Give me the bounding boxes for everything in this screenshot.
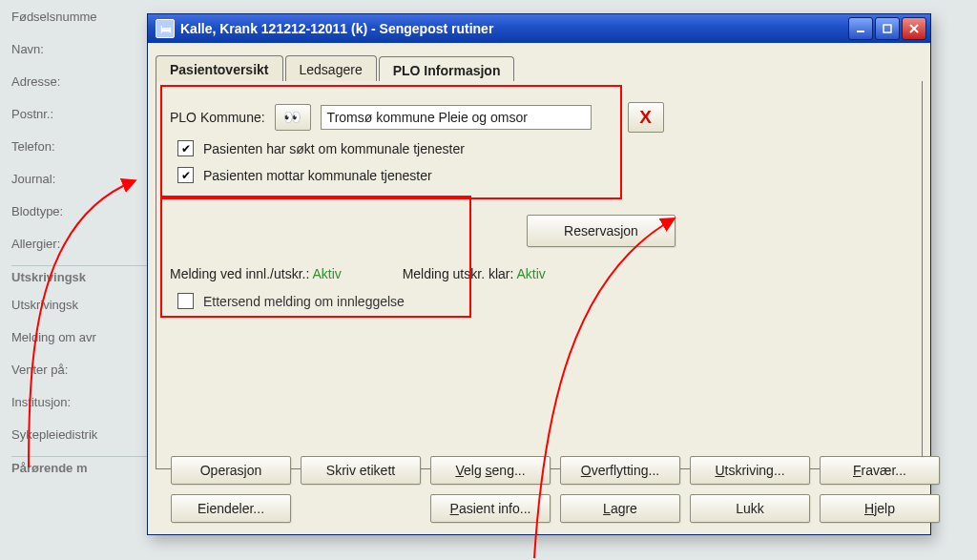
svg-rect-1 — [883, 25, 891, 32]
svg-rect-0 — [857, 31, 864, 32]
hjelp-button[interactable]: Hjelp — [820, 494, 940, 523]
reservasjon-label: Reservasjon — [564, 223, 638, 239]
status-b-label: Melding utskr. klar: — [403, 266, 514, 281]
plo-kommune-value: Tromsø kommune Pleie og omsor — [327, 110, 528, 125]
tab-ledsagere[interactable]: Ledsagere — [285, 55, 377, 81]
plo-kommune-input[interactable]: Tromsø kommune Pleie og omsor — [321, 105, 592, 130]
eiendeler-label: Eiendeler... — [197, 501, 264, 516]
bed-icon: 🛏 — [156, 19, 175, 38]
plo-kommune-label: PLO Kommune: — [170, 110, 265, 125]
chk-row-mottar[interactable]: ✔ Pasienten mottar kommunale tjenester — [177, 167, 432, 183]
operasjon-button[interactable]: Operasjon — [171, 456, 291, 485]
utskriving-button[interactable]: Utskriving... — [690, 456, 810, 485]
checkbox-sokt[interactable]: ✔ — [177, 140, 194, 156]
chk-sokt-label: Pasienten har søkt om kommunale tjeneste… — [203, 141, 465, 156]
client-area: Pasientoversikt Ledsagere PLO Informasjo… — [148, 43, 930, 534]
chk-mottar-label: Pasienten mottar kommunale tjenester — [203, 168, 432, 183]
pasient-info-button[interactable]: Pasient info... — [430, 494, 551, 523]
status-b-value: Aktiv — [517, 266, 546, 281]
lukk-button[interactable]: Lukk — [690, 494, 810, 523]
chk-row-ettersend[interactable]: Ettersend melding om innleggelse — [177, 293, 405, 309]
row-plo-kommune: PLO Kommune: 👀 Tromsø kommune Pleie og o… — [170, 102, 664, 133]
chk-row-sokt[interactable]: ✔ Pasienten har søkt om kommunale tjenes… — [177, 140, 465, 156]
tab-plo-informasjon[interactable]: PLO Informasjon — [379, 56, 515, 82]
status-line: Melding ved innl./utskr.: Aktiv Melding … — [170, 266, 546, 281]
dialog-sengepost-rutiner: 🛏 Kalle, Krank 121212-12011 (k) - Sengep… — [147, 13, 931, 535]
tab-ledsagere-label: Ledsagere — [300, 62, 363, 77]
overflytting-button[interactable]: Overflytting... — [560, 456, 680, 485]
tab-page-plo: PLO Kommune: 👀 Tromsø kommune Pleie og o… — [156, 81, 923, 469]
reservasjon-wrap: Reservasjon — [527, 215, 676, 247]
status-a-value: Aktiv — [312, 266, 341, 281]
skriv-etikett-button[interactable]: Skriv etikett — [301, 456, 421, 485]
close-button[interactable] — [902, 17, 926, 40]
clear-x-icon: X — [639, 107, 652, 128]
search-kommune-button[interactable]: 👀 — [275, 104, 311, 131]
button-bar: Operasjon Skriv etikett Velg seng... Ove… — [161, 456, 917, 523]
clear-kommune-button[interactable]: X — [628, 102, 664, 133]
reservasjon-button[interactable]: Reservasjon — [527, 215, 676, 247]
tab-plo-informasjon-label: PLO Informasjon — [393, 63, 501, 78]
operasjon-label: Operasjon — [200, 463, 262, 478]
tab-pasientoversikt[interactable]: Pasientoversikt — [156, 55, 283, 81]
maximize-button[interactable] — [875, 17, 900, 40]
fravaer-button[interactable]: Fravær... — [820, 456, 940, 485]
chk-ettersend-label: Ettersend melding om innleggelse — [203, 294, 405, 309]
binoculars-icon: 👀 — [283, 109, 301, 126]
dialog-title: Kalle, Krank 121212-12011 (k) - Sengepos… — [180, 21, 493, 36]
tab-pasientoversikt-label: Pasientoversikt — [170, 62, 269, 77]
skriv-label: Skriv etikett — [326, 463, 395, 478]
checkbox-mottar[interactable]: ✔ — [177, 167, 194, 183]
checkbox-ettersend[interactable] — [177, 293, 194, 309]
velg-seng-button[interactable]: Velg seng... — [430, 456, 551, 485]
tabstrip: Pasientoversikt Ledsagere PLO Informasjo… — [156, 52, 516, 81]
lagre-button[interactable]: Lagre — [560, 494, 680, 523]
titlebar[interactable]: 🛏 Kalle, Krank 121212-12011 (k) - Sengep… — [148, 14, 930, 43]
minimize-button[interactable] — [848, 17, 873, 40]
eiendeler-button[interactable]: Eiendeler... — [171, 494, 291, 523]
status-a-label: Melding ved innl./utskr.: — [170, 266, 309, 281]
